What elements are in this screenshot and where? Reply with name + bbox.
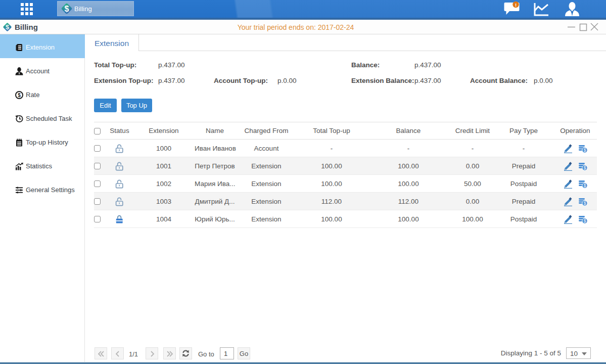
svg-text:$: $ bbox=[583, 218, 586, 223]
svg-text:$: $ bbox=[583, 165, 586, 170]
svg-text:$: $ bbox=[18, 93, 21, 98]
svg-text:$: $ bbox=[583, 201, 586, 206]
svg-text:$: $ bbox=[583, 148, 586, 153]
svg-text:$: $ bbox=[65, 5, 69, 13]
svg-text:$: $ bbox=[583, 183, 586, 188]
svg-text:!: ! bbox=[515, 2, 517, 8]
